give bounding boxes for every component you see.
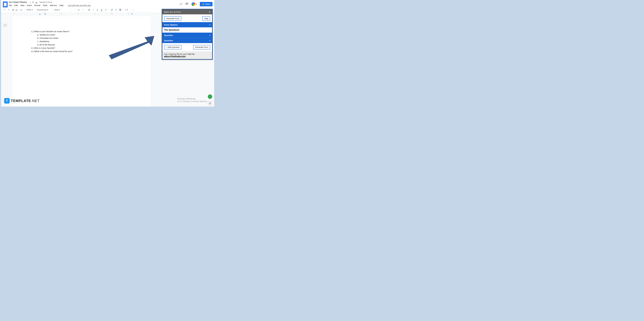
doc-line-q1c: c. Strawberry (31, 40, 132, 43)
title-area: Ice Cream Flavors ☆ ⎘ ☁ Saved to Drive F… (9, 1, 178, 7)
section-label: Form Options (164, 24, 178, 26)
panel-header: Better Doc To Form ✕ (162, 10, 212, 14)
template-net-logo: T TEMPLATE.NET (4, 98, 40, 104)
chevron-down-icon: ▾ (127, 9, 128, 11)
menu-tools[interactable]: Tools (43, 4, 47, 7)
document-page[interactable]: 1.) What is your favorite ice cream flav… (12, 16, 151, 107)
share-label: Share (205, 3, 210, 5)
brand-name: TEMPLATE (11, 99, 31, 103)
zoom-select[interactable]: 100%▾ (26, 9, 34, 11)
menu-file[interactable]: File (9, 4, 12, 7)
question-section-2[interactable]: Question+ (162, 38, 212, 43)
font-decrease-button[interactable]: − (72, 8, 76, 12)
menu-edit[interactable]: Edit (14, 4, 18, 7)
section-label: Question (164, 39, 173, 42)
more-tools-button[interactable]: ⋯ (131, 8, 135, 12)
ruler-mark: 1 (14, 13, 14, 15)
comments-icon[interactable] (186, 3, 188, 6)
menu-insert[interactable]: Insert (27, 4, 32, 7)
spellcheck-button[interactable]: A✓ (15, 8, 19, 12)
panel-footer-buttons: + Add Question Generate Form (162, 43, 212, 51)
style-select[interactable]: Normal text▾ (36, 9, 51, 11)
plus-icon: + (209, 34, 210, 37)
panel-title: Better Doc To Form (164, 11, 181, 13)
italic-button[interactable]: I (91, 8, 95, 12)
highlight-button[interactable]: 🖍 (104, 8, 108, 12)
font-size-value: 11 (78, 9, 80, 11)
font-select[interactable]: Arial▾ (54, 9, 70, 11)
image-button[interactable]: 🖼 (118, 8, 122, 12)
doc-line-q1d: d. All of the flavors (31, 43, 132, 46)
header: Ice Cream Flavors ☆ ⎘ ☁ Saved to Drive F… (1, 0, 214, 8)
style-value: Normal text (37, 9, 47, 11)
comment-button[interactable]: 🗨 (114, 8, 118, 12)
paint-format-button[interactable]: 🖌 (19, 8, 23, 12)
panel-mail: Can I improve this for you? Mail Me: ado… (162, 51, 212, 59)
zoom-value: 100% (26, 9, 31, 11)
meet-dropdown[interactable]: ▾ (191, 2, 197, 6)
lock-icon: 🔒 (202, 3, 204, 5)
add-addon-button[interactable]: + (208, 101, 212, 106)
chevron-down-icon: ▾ (47, 9, 48, 11)
generate-form-button-2[interactable]: Generate Form (193, 45, 210, 50)
font-increase-button[interactable]: + (81, 8, 85, 12)
indent-marker-first[interactable] (45, 14, 46, 15)
text-color-button[interactable]: A (100, 8, 104, 12)
doc-line-q1b: b. Chocolate ice cream (31, 37, 132, 40)
addon-green-icon[interactable] (208, 94, 212, 99)
title-line: Ice Cream Flavors ☆ ⎘ ☁ Saved to Drive (9, 1, 178, 4)
redo-button[interactable]: ↷ (7, 8, 11, 12)
docs-logo-icon[interactable] (3, 2, 8, 8)
star-icon[interactable]: ☆ (29, 1, 31, 4)
font-size-input[interactable]: 11 (76, 9, 81, 11)
close-icon[interactable]: ✕ (209, 11, 210, 13)
doc-line-q1a: a. Vanilla ice cream (31, 33, 132, 37)
logo-text: TEMPLATE.NET (11, 99, 40, 103)
menu-help[interactable]: Help (60, 4, 64, 7)
outline-icon[interactable] (3, 24, 7, 27)
move-icon[interactable]: ⎘ (32, 1, 34, 4)
header-right: ▾ 🔒Share (180, 2, 212, 6)
menubar: File Edit View Insert Format Tools Add-o… (9, 4, 178, 7)
indent-marker-start[interactable] (39, 14, 40, 15)
section-label: Question (164, 34, 173, 37)
ruler-mark: 7 (128, 13, 129, 15)
meet-icon (191, 2, 196, 6)
doc-line-q2: 2.) Why is it your favorite? (31, 46, 132, 50)
align-select[interactable]: ≡ ▾ (124, 9, 129, 11)
cloud-icon[interactable]: ☁ (35, 1, 38, 4)
chevron-down-icon: ▾ (32, 9, 33, 11)
font-value: Arial (54, 9, 58, 11)
separator (52, 9, 52, 11)
share-button[interactable]: 🔒Share (200, 2, 212, 6)
title-actions: ☆ ⎘ ☁ Saved to Drive (29, 1, 52, 4)
separator (35, 9, 35, 11)
doc-line-q1: 1.) What is your favorite ice cream flav… (31, 30, 132, 33)
menu-addons[interactable]: Add-ons (50, 4, 57, 7)
separator (24, 9, 24, 11)
svg-rect-0 (186, 3, 188, 5)
add-question-button[interactable]: + Add Question (164, 45, 182, 50)
document-title[interactable]: Ice Cream Flavors (9, 1, 27, 3)
undo-button[interactable]: ↶ (3, 8, 6, 12)
link-button[interactable]: 🔗 (110, 8, 114, 12)
menu-format[interactable]: Format (34, 4, 40, 7)
activity-icon[interactable] (180, 3, 182, 6)
underline-button[interactable]: U (96, 8, 99, 12)
menu-view[interactable]: View (20, 4, 24, 7)
question-section-1[interactable]: Question+ (162, 33, 212, 38)
activate-sub: Go to Settings to activate Windows (177, 100, 207, 102)
last-edit-link[interactable]: Last edit was seconds ago (68, 4, 91, 7)
brand-suffix: .NET (31, 99, 40, 103)
bold-button[interactable]: B (87, 8, 91, 12)
print-button[interactable]: 🖶 (11, 8, 15, 12)
generate-form-button[interactable]: Generate Form (164, 16, 181, 21)
form-options-section[interactable]: Form Options+ (162, 22, 212, 27)
ruler-mark: 5 (95, 13, 96, 15)
separator (130, 9, 130, 11)
indent-marker-end[interactable] (131, 14, 133, 15)
saved-status: Saved to Drive (39, 1, 52, 4)
help-button[interactable]: Help (202, 16, 210, 21)
mail-link[interactable]: adons@livefiredev.com (164, 55, 186, 58)
panel-top-buttons: Generate Form Help (162, 14, 212, 22)
